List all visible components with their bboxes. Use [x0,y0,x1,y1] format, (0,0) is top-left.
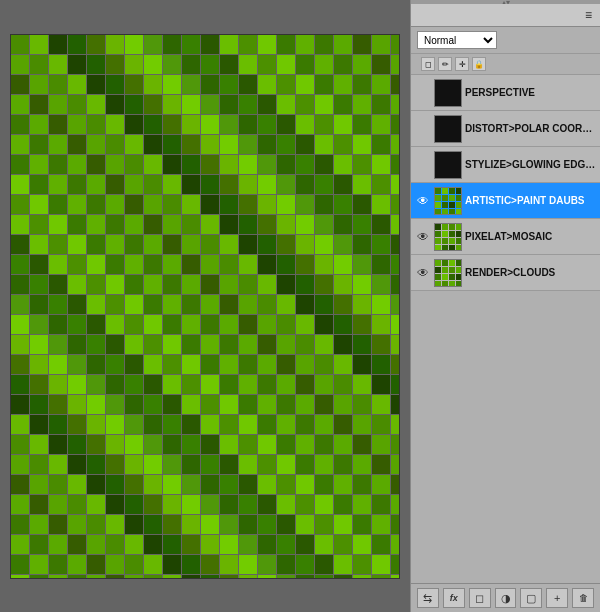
lock-move-btn[interactable]: ✛ [455,57,469,71]
layer-name-artistic-paint: ARTISTIC>PAINT DAUBS [465,195,596,206]
layer-visibility-pixelate-mosaic[interactable]: 👁 [415,229,431,245]
layer-name-perspective: PERSPECTIVE [465,87,596,98]
lock-transparent-btn[interactable]: ◻ [421,57,435,71]
fx-btn[interactable]: fx [443,588,465,608]
layer-thumb-stylize-glowing [434,151,462,179]
layer-visibility-stylize-glowing[interactable] [415,157,431,173]
layers-list: PERSPECTIVEDISTORT>POLAR COORDINA...STYL… [411,75,600,583]
panel-menu-icon[interactable]: ≡ [585,8,592,22]
layer-thumb-artistic-paint [434,187,462,215]
layer-visibility-distort-polar[interactable] [415,121,431,137]
layer-item-stylize-glowing[interactable]: STYLIZE>GLOWING EDGES [411,147,600,183]
layer-name-stylize-glowing: STYLIZE>GLOWING EDGES [465,159,596,170]
blend-mode-select[interactable]: Normal [417,31,497,49]
lock-all-btn[interactable]: 🔒 [472,57,486,71]
layers-panel-header: ≡ [411,4,600,27]
canvas-image [10,34,400,579]
adjustment-btn[interactable]: ◑ [495,588,517,608]
new-layer-btn[interactable]: + [546,588,568,608]
layer-name-pixelate-mosaic: PIXELAT>MOSAIC [465,231,596,242]
lock-paint-btn[interactable]: ✏ [438,57,452,71]
layer-thumb-render-clouds [434,259,462,287]
delete-layer-btn[interactable]: 🗑 [572,588,594,608]
layer-item-render-clouds[interactable]: 👁RENDER>CLOUDS [411,255,600,291]
lock-icons: ◻ ✏ ✛ 🔒 [421,57,486,71]
group-btn[interactable]: ▢ [520,588,542,608]
layer-visibility-artistic-paint[interactable]: 👁 [415,193,431,209]
layer-thumb-pixelate-mosaic [434,223,462,251]
layers-panel: ▴▾ ≡ Normal ◻ ✏ ✛ 🔒 PERSPECTIVEDISTORT>P… [410,0,600,612]
layer-thumb-perspective [434,79,462,107]
blend-opacity-row: Normal [411,27,600,54]
canvas-area [0,0,410,612]
layer-visibility-render-clouds[interactable]: 👁 [415,265,431,281]
lock-fill-row: ◻ ✏ ✛ 🔒 [411,54,600,75]
layer-thumb-distort-polar [434,115,462,143]
add-mask-btn[interactable]: ◻ [469,588,491,608]
link-layers-btn[interactable]: ⇆ [417,588,439,608]
layer-name-render-clouds: RENDER>CLOUDS [465,267,596,278]
layer-name-distort-polar: DISTORT>POLAR COORDINA... [465,123,596,134]
layers-footer: ⇆ fx ◻ ◑ ▢ + 🗑 [411,583,600,612]
layer-item-perspective[interactable]: PERSPECTIVE [411,75,600,111]
layer-item-pixelate-mosaic[interactable]: 👁PIXELAT>MOSAIC [411,219,600,255]
layer-item-distort-polar[interactable]: DISTORT>POLAR COORDINA... [411,111,600,147]
layer-item-artistic-paint[interactable]: 👁ARTISTIC>PAINT DAUBS [411,183,600,219]
layer-visibility-perspective[interactable] [415,85,431,101]
